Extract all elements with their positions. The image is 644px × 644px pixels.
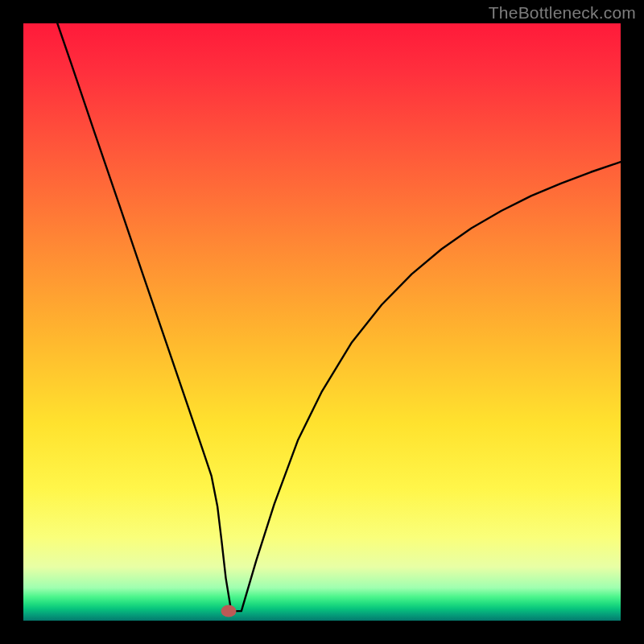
bottleneck-curve — [23, 23, 621, 621]
watermark-text: TheBottleneck.com — [489, 3, 636, 23]
plot-area — [23, 23, 621, 621]
minimum-marker — [221, 605, 236, 617]
chart-frame: TheBottleneck.com — [0, 0, 644, 644]
